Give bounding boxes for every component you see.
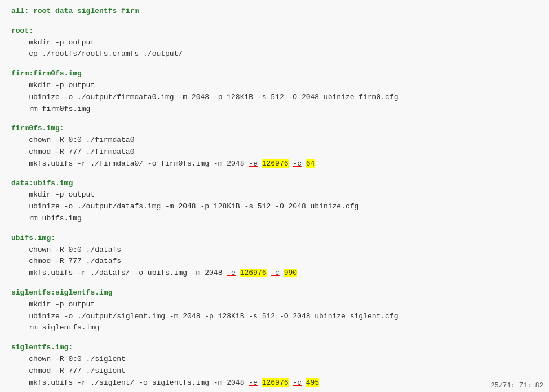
siglentfs-img-line-2: chmod -R 777 ./siglent — [11, 366, 538, 377]
data-header: data:ubifs.img — [11, 178, 538, 190]
siglentfs-img-c-flag: -c — [293, 378, 302, 387]
data-line-3: rm ubifs.img — [11, 213, 538, 225]
siglentfs-img-header: siglentfs.img: — [11, 342, 538, 354]
root-line-1: mkdir -p output — [11, 37, 538, 49]
siglentfs-img-c-value: 495 — [306, 378, 319, 387]
firm0fs-c-value: 64 — [306, 159, 315, 168]
siglentfs-img-line-3: mkfs.ubifs -r ./siglent/ -o siglentfs.im… — [11, 377, 538, 389]
data-line-1: mkdir -p output — [11, 189, 538, 201]
ubifs-line-3: mkfs.ubifs -r ./datafs/ -o ubifs.img -m … — [11, 268, 538, 279]
siglentfs-img-line-1: chown -R 0:0 ./siglent — [11, 354, 538, 366]
ubifs-c-flag: -c — [271, 269, 280, 277]
main-content: all: root data siglentfs firm root: mkdi… — [0, 0, 549, 392]
ubifs-e-value: 126976 — [240, 269, 267, 277]
section-all: all: root data siglentfs firm — [11, 6, 538, 22]
section-siglentfs: siglentfs:siglentfs.img mkdir -p output … — [11, 287, 538, 338]
section-root: root: mkdir -p output cp ./rootfs/rootfs… — [11, 25, 538, 65]
page-number: 25/71: 71: 82 — [490, 382, 543, 390]
ubifs-e-flag: -e — [227, 269, 236, 277]
firm-line-3: rm firm0fs.img — [11, 104, 538, 115]
firm0fs-e-flag: -e — [249, 159, 258, 168]
root-header: root: — [11, 25, 538, 37]
firm0fs-line-1: chown -R 0:0 ./firmdata0 — [11, 135, 538, 146]
all-header-text: all: root data siglentfs firm — [11, 7, 139, 15]
siglentfs-line-3: rm siglentfs.img — [11, 322, 538, 334]
firm-line-1: mkdir -p output — [11, 80, 538, 92]
section-firm: firm:firm0fs.img mkdir -p output ubinize… — [11, 68, 538, 119]
ubifs-line-2: chmod -R 777 ./datafs — [11, 256, 538, 268]
section-data: data:ubifs.img mkdir -p output ubinize -… — [11, 178, 538, 229]
ubifs-line-1: chown -R 0:0 ./datafs — [11, 244, 538, 256]
firm-header: firm:firm0fs.img — [11, 68, 538, 80]
siglentfs-line-1: mkdir -p output — [11, 299, 538, 311]
section-firm0fs: firm0fs.img: chown -R 0:0 ./firmdata0 ch… — [11, 123, 538, 174]
firm0fs-e-value: 126976 — [262, 159, 289, 168]
firm0fs-header: firm0fs.img: — [11, 123, 538, 135]
siglentfs-line-2: ubinize -o ./output/siglent.img -m 2048 … — [11, 311, 538, 323]
all-header: all: root data siglentfs firm — [11, 6, 538, 17]
data-line-2: ubinize -o ./output/datafs.img -m 2048 -… — [11, 201, 538, 213]
firm0fs-c-flag: -c — [293, 159, 302, 168]
ubifs-header: ubifs.img: — [11, 233, 538, 244]
ubifs-c-value: 990 — [284, 269, 297, 277]
section-siglentfs-img: siglentfs.img: chown -R 0:0 ./siglent ch… — [11, 342, 538, 392]
siglentfs-header: siglentfs:siglentfs.img — [11, 287, 538, 299]
firm0fs-line-3: mkfs.ubifs -r ./firmdata0/ -o firm0fs.im… — [11, 158, 538, 170]
firm0fs-line-2: chmod -R 777 ./firmdata0 — [11, 146, 538, 158]
siglentfs-img-e-flag: -e — [249, 378, 258, 387]
siglentfs-img-e-value: 126976 — [262, 378, 289, 387]
root-line-2: cp ./rootfs/rootfs.cramfs ./output/ — [11, 48, 538, 60]
firm-line-2: ubinize -o ./output/firmdata0.img -m 204… — [11, 92, 538, 104]
section-ubifs: ubifs.img: chown -R 0:0 ./datafs chmod -… — [11, 233, 538, 284]
